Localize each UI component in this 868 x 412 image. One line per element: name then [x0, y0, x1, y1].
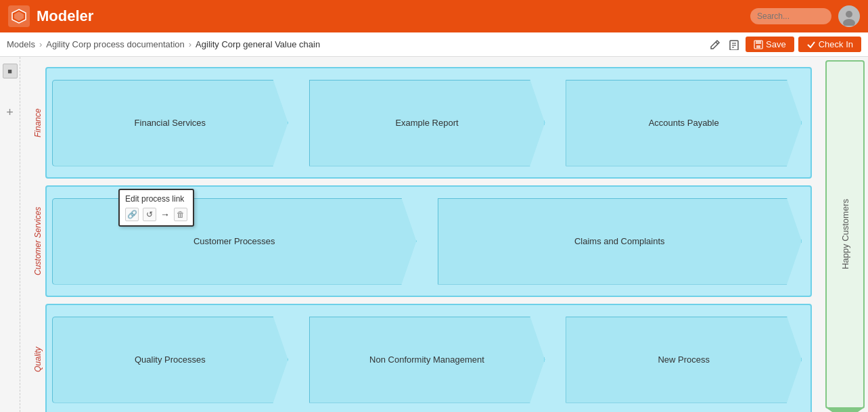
shape-label: Accounts Payable — [649, 118, 719, 128]
app-header: Modeler — [0, 0, 868, 32]
svg-point-3 — [846, 11, 852, 18]
breadcrumb-sep1: › — [39, 39, 42, 49]
breadcrumb-current: Agility Corp general Value chain — [196, 39, 320, 49]
save-label: Save — [766, 39, 786, 49]
save-button[interactable]: Save — [746, 37, 794, 52]
svg-rect-10 — [756, 41, 761, 44]
happy-customers-label: Happy Customers — [840, 199, 850, 269]
add-element-button[interactable]: + — [6, 106, 14, 120]
toolbar: Models › Agility Corp process documentat… — [0, 32, 868, 57]
shape-label: Non Conformity Management — [369, 354, 484, 365]
breadcrumb: Models › Agility Corp process documentat… — [7, 39, 702, 49]
breadcrumb-models[interactable]: Models — [7, 39, 35, 49]
shape-claims-complaints[interactable]: Claims and Complaints — [438, 198, 802, 285]
history-button[interactable] — [727, 37, 741, 52]
popup-actions: 🔗 ↺ → 🗑 — [125, 208, 187, 221]
shape-non-conformity[interactable]: Non Conformity Management — [309, 317, 545, 403]
checkin-label: Check In — [819, 39, 853, 49]
vc-row-quality: Quality Quality Processes Non Conformity… — [30, 304, 812, 412]
left-panel: ■ + — [0, 57, 20, 412]
shape-financial-services[interactable]: Financial Services — [52, 80, 288, 166]
row-label-finance: Finance — [30, 67, 45, 179]
happy-customers-shape[interactable]: Happy Customers — [825, 60, 865, 409]
right-panel: Happy Customers — [822, 57, 868, 412]
user-avatar[interactable] — [838, 5, 860, 27]
popup-refresh-icon[interactable]: ↺ — [143, 208, 156, 221]
main-area: ■ + Finance Financial Services Example R… — [0, 57, 868, 412]
shape-label: Quality Processes — [135, 354, 206, 365]
popup-navigate-icon[interactable]: → — [160, 209, 170, 220]
row-label-customer-services: Customer Services — [30, 185, 45, 297]
shape-label: Claims and Complaints — [574, 236, 665, 246]
edit-button[interactable] — [708, 37, 723, 52]
toolbar-actions: Save Check In — [708, 37, 861, 52]
app-logo[interactable] — [8, 5, 30, 27]
shape-label: Example Report — [395, 118, 458, 128]
header-right — [750, 5, 860, 27]
app-title: Modeler — [37, 7, 750, 25]
popup-tooltip: Edit process link 🔗 ↺ → 🗑 — [118, 189, 194, 227]
breadcrumb-level1[interactable]: Agility Corp process documentation — [46, 39, 185, 49]
shape-example-report[interactable]: Example Report — [309, 80, 545, 166]
vc-area-quality: Quality Processes Non Conformity Managem… — [45, 304, 812, 412]
breadcrumb-sep2: › — [189, 39, 191, 49]
shape-label: New Process — [658, 354, 710, 365]
shape-new-process[interactable]: New Process — [566, 317, 802, 403]
shape-label: Customer Processes — [193, 236, 275, 246]
popup-link-icon[interactable]: 🔗 — [125, 208, 139, 221]
canvas: Finance Financial Services Example Repor… — [20, 57, 822, 412]
popup-title: Edit process link — [125, 194, 187, 204]
toggle-panel-button[interactable]: ■ — [3, 64, 18, 78]
shape-quality-processes[interactable]: Quality Processes — [52, 317, 288, 403]
shape-customer-processes[interactable]: Customer Processes — [52, 198, 417, 285]
svg-rect-11 — [756, 45, 760, 48]
shape-label: Financial Services — [135, 118, 206, 128]
checkin-button[interactable]: Check In — [798, 37, 861, 52]
vc-area-finance: Financial Services Example Report Accoun… — [45, 67, 812, 179]
shape-accounts-payable[interactable]: Accounts Payable — [566, 80, 802, 166]
row-label-quality: Quality — [30, 304, 45, 412]
search-input[interactable] — [750, 8, 831, 24]
vc-row-finance: Finance Financial Services Example Repor… — [30, 67, 812, 179]
popup-delete-icon[interactable]: 🗑 — [174, 208, 187, 221]
